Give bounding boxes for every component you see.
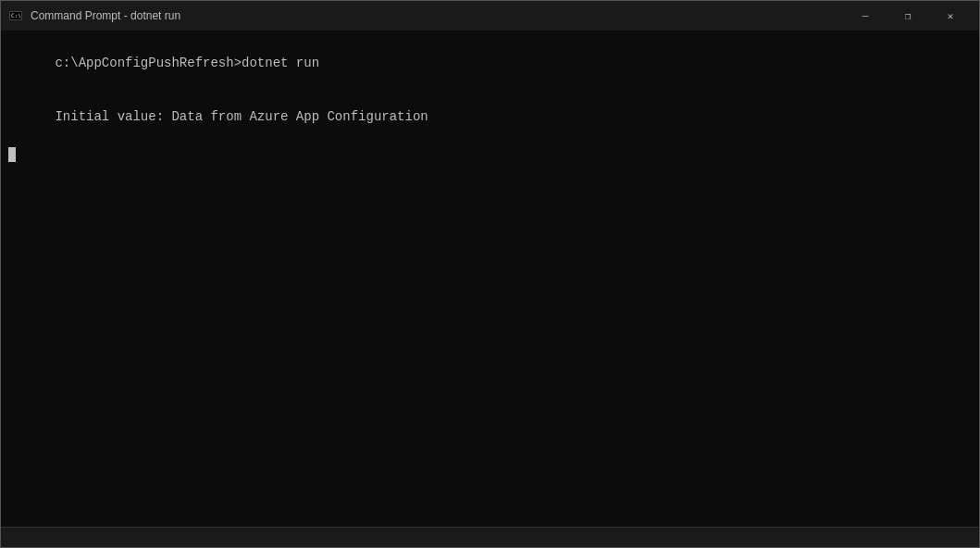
app-icon: C:\ (8, 8, 23, 23)
titlebar: C:\ Command Prompt - dotnet run — ❐ ✕ (1, 1, 979, 31)
minimize-button[interactable]: — (844, 1, 887, 31)
close-button[interactable]: ✕ (929, 1, 972, 31)
window: C:\ Command Prompt - dotnet run — ❐ ✕ c:… (0, 0, 980, 548)
terminal-body[interactable]: c:\AppConfigPushRefresh>dotnet run Initi… (1, 31, 979, 527)
command-line: c:\AppConfigPushRefresh>dotnet run (8, 36, 972, 91)
statusbar (1, 527, 979, 547)
maximize-button[interactable]: ❐ (887, 1, 929, 31)
output-line: Initial value: Data from Azure App Confi… (8, 91, 972, 145)
cursor-line (8, 147, 972, 162)
titlebar-controls: — ❐ ✕ (844, 1, 972, 31)
window-title: Command Prompt - dotnet run (31, 9, 844, 22)
svg-text:C:\: C:\ (11, 12, 21, 19)
cursor (8, 147, 16, 162)
